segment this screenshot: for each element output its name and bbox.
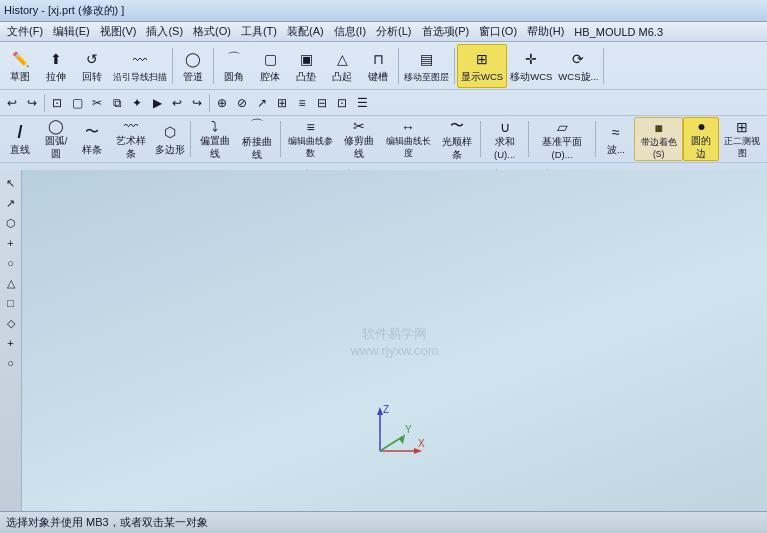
trim-icon: ✂ [347,118,371,134]
left-btn-8[interactable]: + [2,334,20,352]
status-text: 选择对象并使用 MB3，或者双击某一对象 [6,515,208,530]
btn-wave[interactable]: ≈ 波... [598,117,634,161]
viewport[interactable]: 软件易学网 www.rjyxw.com Z X Y [22,170,767,511]
menu-insert[interactable]: 插入(S) [141,22,188,41]
spline-icon: 〜 [80,121,104,143]
menu-view[interactable]: 视图(V) [95,22,142,41]
btn-sketch[interactable]: ✏️ 草图 [2,44,38,88]
left-btn-5[interactable]: △ [2,274,20,292]
iso-view-icon: ⊞ [730,119,754,135]
btn-smooth[interactable]: 〜 光顺样条 [436,117,478,161]
btn-polygon[interactable]: ⬡ 多边形 [152,117,188,161]
left-btn-6[interactable]: □ [2,294,20,312]
btn-pipe[interactable]: ◯ 管道 [175,44,211,88]
btn-cavity[interactable]: ▢ 腔体 [252,44,288,88]
sep-s1 [44,94,45,112]
btn-union[interactable]: ∪ 求和(U)... [483,117,526,161]
small-btn-7[interactable]: ▶ [147,93,167,113]
left-btn-3[interactable]: + [2,234,20,252]
btn-move-wcs[interactable]: ✛ 移动WCS [507,44,555,88]
btn-artspline[interactable]: 〰 艺术样条 [110,117,152,161]
btn-iso-view[interactable]: ⊞ 正二测视图 [719,117,765,161]
small-btn-13[interactable]: ⊞ [272,93,292,113]
menu-window[interactable]: 窗口(O) [474,22,522,41]
btn-revolve[interactable]: ↺ 回转 [74,44,110,88]
shading-group: ■ 带边着色(S) ● 圆的边 ⊞ 正二测视图 [634,117,765,161]
sep2 [213,48,214,84]
small-btn-11[interactable]: ⊘ [232,93,252,113]
small-btn-10[interactable]: ⊕ [212,93,232,113]
small-btn-4[interactable]: ✂ [87,93,107,113]
btn-round[interactable]: ⌒ 圆角 [216,44,252,88]
menu-hb[interactable]: HB_MOULD M6.3 [569,24,668,40]
icon-strip: ↩ ↪ ⊡ ▢ ✂ ⧉ ✦ ▶ ↩ ↪ ⊕ ⊘ ↗ ⊞ ≡ ⊟ ⊡ ☰ [2,93,372,113]
btn-sweep[interactable]: 〰 沿引导线扫描 [110,44,170,88]
btn-move-layer[interactable]: ▤ 移动至图层 [401,44,452,88]
sketch-icon: ✏️ [8,48,32,70]
line-icon: / [8,121,32,143]
left-btn-9[interactable]: ○ [2,354,20,372]
union-icon: ∪ [493,119,517,135]
btn-bridge[interactable]: ⌒ 桥接曲线 [236,117,278,161]
btn-boss[interactable]: △ 凸起 [324,44,360,88]
small-btn-2[interactable]: ⊡ [47,93,67,113]
left-strip: ↖ ↗ ⬡ + ○ △ □ ◇ + ○ [0,170,22,511]
btn-round-edge[interactable]: ● 圆的边 [683,117,719,161]
sweep-icon: 〰 [128,49,152,71]
sep-r3-4 [528,121,529,157]
status-bar: 选择对象并使用 MB3，或者双击某一对象 [0,511,767,533]
arc-icon: ◯ [44,118,68,134]
menu-analysis[interactable]: 分析(L) [371,22,416,41]
btn-keyway[interactable]: ⊓ 键槽 [360,44,396,88]
sep-r3-5 [595,121,596,157]
btn-pad[interactable]: ▣ 凸垫 [288,44,324,88]
left-btn-0[interactable]: ↖ [2,174,20,192]
left-btn-7[interactable]: ◇ [2,314,20,332]
small-btn-9[interactable]: ↪ [187,93,207,113]
left-btn-2[interactable]: ⬡ [2,214,20,232]
menu-tools[interactable]: 工具(T) [236,22,282,41]
small-btn-5[interactable]: ⧉ [107,93,127,113]
btn-offset[interactable]: ⤵ 偏置曲线 [193,117,235,161]
small-btn-12[interactable]: ↗ [252,93,272,113]
small-btn-1[interactable]: ↪ [22,93,42,113]
btn-wcs-rotate[interactable]: ⟳ WCS旋... [555,44,601,88]
shaded-edge-icon: ■ [647,120,671,136]
btn-trim[interactable]: ✂ 修剪曲线 [338,117,380,161]
btn-spline[interactable]: 〜 样条 [74,117,110,161]
btn-line[interactable]: / 直线 [2,117,38,161]
btn-extrude[interactable]: ⬆ 拉伸 [38,44,74,88]
small-btn-16[interactable]: ⊡ [332,93,352,113]
sep3 [398,48,399,84]
small-btn-6[interactable]: ✦ [127,93,147,113]
wcs-rotate-icon: ⟳ [566,48,590,70]
menu-help[interactable]: 帮助(H) [522,22,569,41]
btn-shaded-edge[interactable]: ■ 带边着色(S) [634,117,684,161]
coord-axis: Z X Y [360,401,430,471]
small-btn-15[interactable]: ⊟ [312,93,332,113]
svg-marker-7 [399,434,405,444]
small-btn-8[interactable]: ↩ [167,93,187,113]
btn-editcurve[interactable]: ≡ 编辑曲线参数 [283,117,338,161]
btn-show-wcs[interactable]: ⊞ 显示WCS [457,44,507,88]
btn-arc[interactable]: ◯ 圆弧/圆 [38,117,74,161]
left-btn-4[interactable]: ○ [2,254,20,272]
small-toolbar-row: ↩ ↪ ⊡ ▢ ✂ ⧉ ✦ ▶ ↩ ↪ ⊕ ⊘ ↗ ⊞ ≡ ⊟ ⊡ ☰ [0,90,767,116]
left-btn-1[interactable]: ↗ [2,194,20,212]
menu-file[interactable]: 文件(F) [2,22,48,41]
small-btn-17[interactable]: ☰ [352,93,372,113]
btn-plane[interactable]: ▱ 基准平面(D)... [531,117,593,161]
small-btn-3[interactable]: ▢ [67,93,87,113]
menu-bar: 文件(F) 编辑(E) 视图(V) 插入(S) 格式(O) 工具(T) 装配(A… [0,22,767,42]
btn-curvelen[interactable]: ↔ 编辑曲线长度 [381,117,436,161]
move-layer-icon: ▤ [415,48,439,70]
menu-format[interactable]: 格式(O) [188,22,236,41]
small-btn-14[interactable]: ≡ [292,93,312,113]
menu-prefs[interactable]: 首选项(P) [417,22,475,41]
sep-r3-1 [190,121,191,157]
keyway-icon: ⊓ [366,48,390,70]
small-btn-0[interactable]: ↩ [2,93,22,113]
menu-assembly[interactable]: 装配(A) [282,22,329,41]
menu-info[interactable]: 信息(I) [329,22,371,41]
menu-edit[interactable]: 编辑(E) [48,22,95,41]
